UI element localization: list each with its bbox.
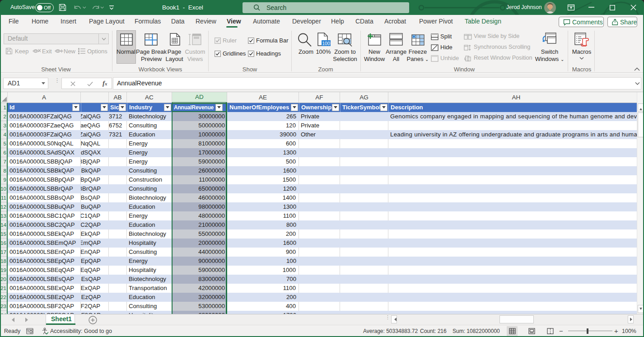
svg-text:100: 100 [322, 41, 330, 46]
